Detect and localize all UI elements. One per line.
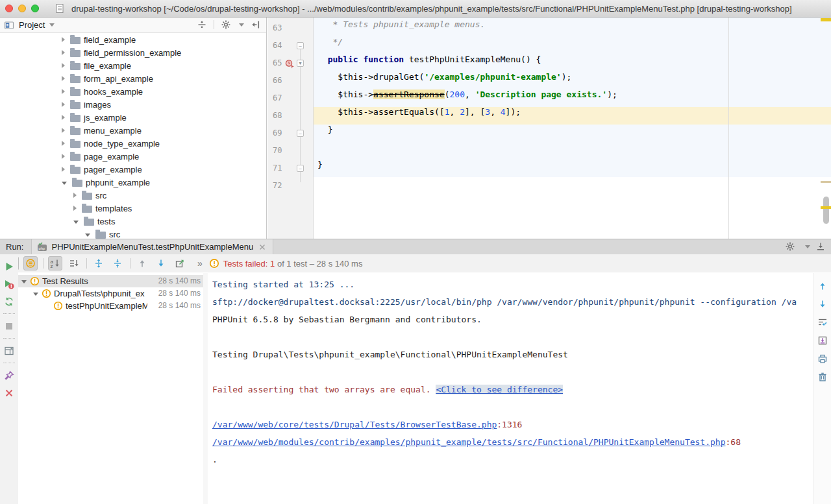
close-tab-icon[interactable] bbox=[257, 242, 267, 252]
next-occurrence-button[interactable] bbox=[817, 299, 828, 309]
tree-item-js_example[interactable]: js_example bbox=[0, 111, 266, 124]
code-token: , bbox=[465, 90, 475, 99]
chevron-down-icon[interactable] bbox=[805, 245, 810, 248]
tree-item-src[interactable]: src bbox=[0, 189, 266, 202]
expand-arrow-icon[interactable] bbox=[62, 63, 65, 68]
chevron-down-icon[interactable] bbox=[239, 23, 244, 27]
chevron-down-icon[interactable] bbox=[49, 23, 55, 27]
tree-item-file_example[interactable]: file_example bbox=[0, 59, 266, 72]
expand-arrow-icon[interactable] bbox=[62, 37, 65, 42]
expand-arrow-icon[interactable] bbox=[62, 167, 65, 172]
rerun-tests-button[interactable] bbox=[4, 261, 14, 272]
console-line-7: Failed asserting that two arrays are equ… bbox=[212, 381, 813, 398]
code-token: ); bbox=[562, 72, 572, 82]
select-opened-file-icon[interactable] bbox=[197, 19, 207, 30]
tree-item-phpunit_example[interactable]: phpunit_example bbox=[0, 176, 266, 189]
console-link[interactable]: /var/www/web/modules/contrib/examples/ph… bbox=[212, 437, 726, 447]
tree-item-label: file_example bbox=[84, 61, 131, 71]
warning-stripe-mark[interactable] bbox=[821, 181, 831, 183]
fold-marker-icon[interactable]: ▾ bbox=[297, 60, 304, 67]
tree-item-pager_example[interactable]: pager_example bbox=[0, 163, 266, 176]
collapse-arrow-icon[interactable] bbox=[62, 182, 67, 185]
console-link[interactable]: <Click to see difference> bbox=[436, 385, 563, 394]
scroll-to-end-button[interactable] bbox=[817, 335, 828, 346]
tree-item-images[interactable]: images bbox=[0, 98, 266, 111]
folder-icon bbox=[82, 206, 92, 213]
collapse-arrow-icon[interactable] bbox=[85, 234, 90, 237]
minimize-window-button[interactable] bbox=[18, 5, 26, 12]
fold-marker-icon[interactable]: – bbox=[297, 42, 304, 49]
import-export-test-results-button[interactable] bbox=[173, 256, 187, 270]
run-test-gutter-icon[interactable] bbox=[284, 58, 295, 69]
console-link[interactable]: /var/www/web/core/tests/Drupal/Tests/Bro… bbox=[212, 420, 497, 429]
expand-arrow-icon[interactable] bbox=[62, 115, 65, 120]
tree-item-hooks_example[interactable]: hooks_example bbox=[0, 85, 266, 98]
hide-panel-icon[interactable] bbox=[815, 241, 826, 252]
tree-item-tests[interactable]: tests bbox=[0, 215, 266, 228]
tree-item-menu_example[interactable]: menu_example bbox=[0, 124, 266, 137]
project-panel-title[interactable]: Project bbox=[19, 20, 45, 30]
tree-item-form_api_example[interactable]: form_api_example bbox=[0, 72, 266, 85]
expand-arrow-icon[interactable] bbox=[73, 206, 77, 211]
tree-item-label: page_example bbox=[84, 152, 139, 162]
expand-arrow-icon[interactable] bbox=[62, 50, 65, 55]
collapse-all-button[interactable] bbox=[110, 256, 125, 270]
console-line-11: . bbox=[212, 451, 813, 468]
project-settings-icon[interactable] bbox=[221, 19, 231, 30]
folder-icon bbox=[70, 37, 81, 44]
collapse-arrow-icon[interactable] bbox=[73, 221, 79, 224]
test-tree-row-2[interactable]: Drupal\Tests\phpunit_ex28 s 140 ms bbox=[18, 287, 203, 300]
code-token: ], [ bbox=[465, 107, 485, 117]
run-tab[interactable]: php PHPUnitExampleMenuTest.testPhpUnitEx… bbox=[31, 239, 273, 254]
tree-item-templates[interactable]: templates bbox=[0, 202, 266, 215]
rerun-failed-tests-button[interactable] bbox=[4, 279, 14, 289]
editor-scrollbar-thumb[interactable] bbox=[823, 197, 829, 224]
collapse-arrow-icon[interactable] bbox=[33, 293, 38, 296]
tree-item-field_permission_example[interactable]: field_permission_example bbox=[0, 46, 266, 59]
expand-arrow-icon[interactable] bbox=[62, 89, 65, 94]
tree-console-splitter[interactable] bbox=[203, 273, 208, 504]
restore-layout-button[interactable] bbox=[4, 346, 14, 356]
next-failed-test-button[interactable] bbox=[154, 256, 168, 270]
error-stripe-mark[interactable] bbox=[821, 18, 831, 21]
tree-item-page_example[interactable]: page_example bbox=[0, 150, 266, 163]
expand-all-button[interactable] bbox=[92, 256, 106, 270]
tree-item-node_type_example[interactable]: node_type_example bbox=[0, 137, 266, 150]
code-token bbox=[317, 54, 328, 64]
print-button[interactable] bbox=[817, 354, 828, 364]
expand-arrow-icon[interactable] bbox=[62, 128, 65, 133]
toggle-auto-test-button[interactable] bbox=[4, 296, 14, 307]
previous-failed-test-button[interactable] bbox=[135, 256, 149, 270]
clear-all-button[interactable] bbox=[817, 372, 828, 382]
hide-project-panel-icon[interactable] bbox=[251, 19, 261, 30]
test-tree-row-1[interactable]: Test Results28 s 140 ms bbox=[18, 275, 203, 287]
zoom-window-button[interactable] bbox=[31, 5, 39, 12]
expand-arrow-icon[interactable] bbox=[62, 141, 65, 146]
toolbar-separator bbox=[43, 258, 43, 269]
tree-item-src[interactable]: src bbox=[0, 228, 266, 239]
collapse-arrow-icon[interactable] bbox=[21, 280, 27, 283]
run-settings-gear-icon[interactable] bbox=[785, 241, 795, 252]
sort-by-duration-toggle[interactable] bbox=[67, 256, 81, 270]
expand-arrow-icon[interactable] bbox=[62, 102, 65, 107]
warning-stripe-mark[interactable] bbox=[821, 206, 831, 209]
fold-marker-icon[interactable]: – bbox=[297, 165, 304, 172]
pin-tab-button[interactable] bbox=[4, 370, 14, 381]
stop-button[interactable] bbox=[4, 321, 14, 331]
folder-icon bbox=[82, 193, 92, 200]
sort-alphabetically-toggle[interactable]: az bbox=[48, 256, 62, 270]
code-editor[interactable]: 63 * Tests phpunit_example menus.64– */6… bbox=[267, 18, 831, 239]
expand-arrow-icon[interactable] bbox=[62, 76, 65, 81]
test-tree-row-3[interactable]: testPhpUnitExampleM28 s 140 ms bbox=[18, 300, 203, 312]
show-ignored-toggle[interactable] bbox=[23, 256, 38, 270]
close-window-button[interactable] bbox=[5, 5, 13, 12]
expand-arrow-icon[interactable] bbox=[62, 154, 65, 159]
more-toolbar-chevron[interactable]: » bbox=[197, 258, 203, 269]
soft-wrap-toggle[interactable] bbox=[817, 317, 828, 328]
prev-occurrence-button[interactable] bbox=[817, 281, 828, 291]
expand-arrow-icon[interactable] bbox=[73, 193, 77, 198]
tree-item-field_example[interactable]: field_example bbox=[0, 33, 266, 46]
close-run-panel-button[interactable] bbox=[4, 388, 14, 398]
test-duration: 28 s 140 ms bbox=[158, 287, 201, 300]
fold-marker-icon[interactable]: – bbox=[297, 130, 304, 137]
